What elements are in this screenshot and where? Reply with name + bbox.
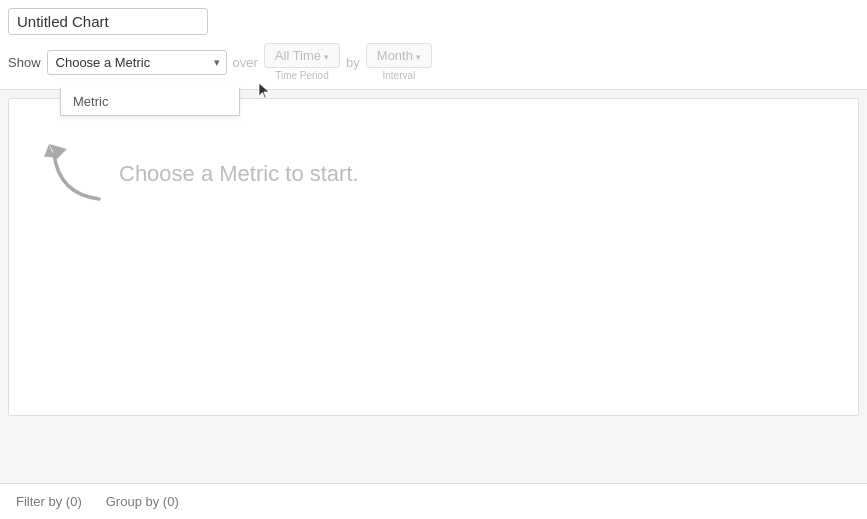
show-label: Show	[8, 55, 41, 70]
by-label: by	[346, 55, 360, 70]
chart-area: Choose a Metric to start.	[8, 98, 859, 416]
interval-button[interactable]: Month▾	[366, 43, 432, 68]
time-period-button[interactable]: All Time▾	[264, 43, 340, 68]
metric-select-wrapper: Choose a Metric	[47, 50, 227, 75]
empty-message: Choose a Metric to start.	[119, 161, 359, 187]
group-by-button[interactable]: Group by (0)	[106, 494, 179, 509]
over-label: over	[233, 55, 258, 70]
time-period-caret: ▾	[324, 52, 329, 62]
metric-dropdown-hint: Metric	[60, 88, 240, 116]
filter-by-button[interactable]: Filter by (0)	[16, 494, 82, 509]
footer: Filter by (0) Group by (0)	[0, 483, 867, 519]
metric-select[interactable]: Choose a Metric	[47, 50, 227, 75]
chart-title-input[interactable]	[8, 8, 208, 35]
interval-sub: Interval	[382, 70, 415, 81]
arrow-icon	[39, 129, 109, 209]
interval-caret: ▾	[416, 52, 421, 62]
time-period-sub: Time Period	[275, 70, 329, 81]
